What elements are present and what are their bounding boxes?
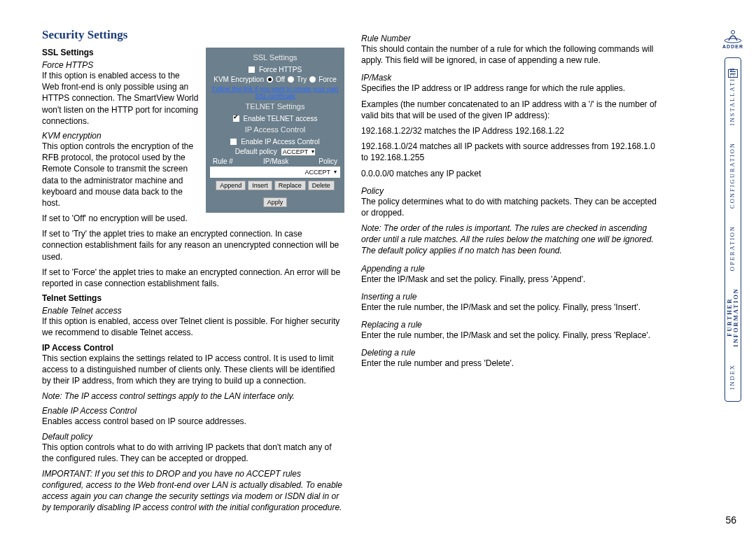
default-policy-body: This option controls what to do with arr… bbox=[42, 442, 344, 464]
col-rule: Rule # bbox=[213, 157, 233, 165]
nav-installation[interactable]: INSTALLATION bbox=[729, 66, 736, 125]
ipmask-example-1: 192.168.1.22/32 matches the IP Address 1… bbox=[361, 125, 664, 136]
append-heading: Appending a rule bbox=[361, 264, 664, 274]
ipmask-heading: IP/Mask bbox=[361, 73, 664, 83]
kvm-body-4: If set to 'Force' the applet tries to ma… bbox=[42, 267, 344, 289]
ipmask-example-2: 192.168.1.0/24 matches all IP packets wi… bbox=[361, 141, 664, 163]
replace-button[interactable]: Replace bbox=[274, 181, 306, 190]
policy-body: The policy determines what to do with ma… bbox=[361, 196, 664, 218]
kvm-off-radio[interactable] bbox=[267, 76, 273, 83]
kvm-force-radio[interactable] bbox=[309, 76, 316, 83]
svg-point-0 bbox=[724, 38, 741, 43]
insert-button[interactable]: Insert bbox=[248, 181, 272, 190]
ipac-note: Note: The IP access control settings app… bbox=[42, 391, 344, 402]
insert-heading: Inserting a rule bbox=[361, 292, 664, 302]
rule-policy-select[interactable]: ACCEPT bbox=[303, 169, 337, 176]
enable-telnet-checkbox[interactable] bbox=[233, 115, 239, 122]
ipmask-body: Specifies the IP address or IP address r… bbox=[361, 83, 664, 94]
page-number: 56 bbox=[725, 514, 736, 526]
nav-configuration[interactable]: CONFIGURATION bbox=[729, 142, 736, 209]
sidebar-nav: ADDER INSTALLATION CONFIGURATION OPERATI… bbox=[727, 28, 739, 476]
replace-body: Enter the rule number, the IP/Mask and s… bbox=[361, 330, 664, 341]
nav-further-information[interactable]: FURTHER INFORMATION bbox=[727, 288, 740, 347]
policy-note: Note: The order of the rules is importan… bbox=[361, 223, 664, 257]
settings-panel-screenshot: SSL Settings Force HTTPS KVM Encryption … bbox=[206, 48, 344, 213]
append-button[interactable]: Append bbox=[216, 181, 246, 190]
col-policy: Policy bbox=[318, 157, 337, 165]
enable-telnet-heading: Enable Telnet access bbox=[42, 306, 344, 316]
rule-number-heading: Rule Number bbox=[361, 34, 664, 43]
default-policy-select[interactable]: ACCEPT bbox=[281, 148, 316, 155]
ipac-body: This section explains the settings relat… bbox=[42, 353, 344, 387]
kvm-body-2: If set to 'Off' no encryption will be us… bbox=[42, 213, 344, 224]
insert-body: Enter the rule number, the IP/Mask and s… bbox=[361, 302, 664, 313]
force-https-label: Force HTTPS bbox=[259, 66, 302, 73]
rule-row: ACCEPT bbox=[210, 167, 340, 178]
enable-telnet-body: If this option is enabled, access over T… bbox=[42, 316, 344, 338]
append-body: Enter the IP/Mask and set the policy. Fi… bbox=[361, 274, 664, 285]
ssl-cert-link[interactable]: Follow this link if you want to create y… bbox=[210, 85, 340, 99]
ipmask-example-3: 0.0.0.0/0 matches any IP packet bbox=[361, 168, 664, 179]
panel-ssl-title: SSL Settings bbox=[210, 53, 340, 62]
panel-ipac-title: IP Access Control bbox=[210, 125, 340, 134]
replace-heading: Replacing a rule bbox=[361, 320, 664, 330]
default-policy-label: Default policy bbox=[235, 148, 277, 155]
nav-operation[interactable]: OPERATION bbox=[729, 225, 736, 271]
enable-ipac-checkbox[interactable] bbox=[230, 139, 237, 145]
default-policy-heading: Default policy bbox=[42, 432, 344, 442]
kvm-try-radio[interactable] bbox=[288, 76, 294, 83]
nav-index[interactable]: INDEX bbox=[729, 364, 736, 389]
ipmask-examples-intro: Examples (the number concatenated to an … bbox=[361, 99, 664, 121]
enable-ipac-heading: Enable IP Access Control bbox=[42, 406, 344, 416]
enable-ipac-body: Enables access control based on IP sourc… bbox=[42, 416, 344, 427]
force-https-checkbox[interactable] bbox=[248, 66, 255, 73]
left-column: Security Settings SSL Settings Force HTT… bbox=[42, 28, 344, 518]
enable-ipac-label: Enable IP Access Control bbox=[241, 138, 320, 146]
delete-heading: Deleting a rule bbox=[361, 348, 664, 358]
right-column: Rule Number This should contain the numb… bbox=[361, 28, 664, 518]
rule-number-body: This should contain the number of a rule… bbox=[361, 43, 664, 66]
policy-heading: Policy bbox=[361, 186, 664, 196]
enable-telnet-label: Enable TELNET access bbox=[244, 115, 318, 122]
nav-box: INSTALLATION CONFIGURATION OPERATION FUR… bbox=[724, 57, 742, 402]
kvm-body-3: If set to 'Try' the applet tries to make… bbox=[42, 228, 344, 262]
svg-point-1 bbox=[732, 31, 735, 34]
telnet-heading: Telnet Settings bbox=[42, 293, 344, 303]
kvm-encryption-label: KVM Encryption bbox=[214, 76, 264, 83]
col-ipmask: IP/Mask bbox=[263, 157, 288, 165]
delete-body: Enter the rule number and press 'Delete'… bbox=[361, 358, 664, 369]
default-policy-note: IMPORTANT: If you set this to DROP and y… bbox=[42, 468, 344, 514]
panel-telnet-title: TELNET Settings bbox=[210, 102, 340, 111]
delete-button[interactable]: Delete bbox=[308, 181, 335, 190]
brand-logo: ADDER bbox=[721, 28, 745, 50]
page-title: Security Settings bbox=[42, 28, 344, 42]
apply-button[interactable]: Apply bbox=[263, 197, 288, 207]
ipac-heading: IP Access Control bbox=[42, 343, 344, 353]
